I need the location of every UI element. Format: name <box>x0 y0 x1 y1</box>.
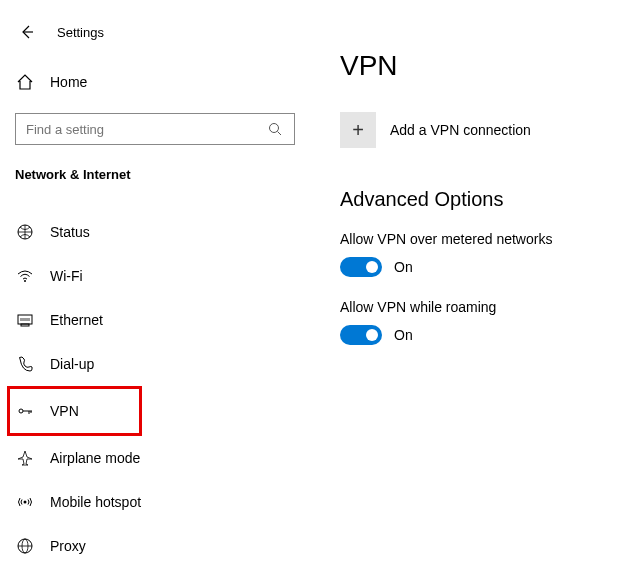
globe-icon <box>15 223 35 241</box>
advanced-options-title: Advanced Options <box>340 188 596 211</box>
nav-proxy[interactable]: Proxy <box>15 524 295 568</box>
nav-ethernet-label: Ethernet <box>50 312 103 328</box>
nav-hotspot[interactable]: Mobile hotspot <box>15 480 295 524</box>
ethernet-icon <box>15 311 35 329</box>
nav-proxy-label: Proxy <box>50 538 86 554</box>
toggle-roaming[interactable] <box>340 325 382 345</box>
wifi-icon <box>15 267 35 285</box>
proxy-icon <box>15 537 35 555</box>
settings-title: Settings <box>57 25 104 40</box>
plus-icon: + <box>340 112 376 148</box>
add-vpn-label: Add a VPN connection <box>390 122 531 138</box>
page-title: VPN <box>340 50 596 82</box>
option-roaming-label: Allow VPN while roaming <box>340 299 596 315</box>
nav-status[interactable]: Status <box>15 210 295 254</box>
home-icon <box>15 73 35 91</box>
svg-point-0 <box>270 124 279 133</box>
nav-dialup-label: Dial-up <box>50 356 94 372</box>
back-button[interactable] <box>15 20 39 44</box>
option-roaming-toggle-row: On <box>340 325 596 345</box>
svg-rect-4 <box>21 324 29 326</box>
toggle-metered[interactable] <box>340 257 382 277</box>
nav-wifi-label: Wi-Fi <box>50 268 83 284</box>
option-metered-label: Allow VPN over metered networks <box>340 231 596 247</box>
nav-airplane-label: Airplane mode <box>50 450 140 466</box>
add-vpn-button[interactable]: + Add a VPN connection <box>340 112 596 148</box>
search-input[interactable] <box>26 122 268 137</box>
home-label: Home <box>50 74 87 90</box>
nav-vpn-label: VPN <box>50 403 79 419</box>
toggle-roaming-state: On <box>394 327 413 343</box>
search-box[interactable] <box>15 113 295 145</box>
nav-dialup[interactable]: Dial-up <box>15 342 295 386</box>
header-row: Settings <box>15 20 295 44</box>
option-roaming: Allow VPN while roaming On <box>340 299 596 345</box>
nav-wifi[interactable]: Wi-Fi <box>15 254 295 298</box>
toggle-metered-state: On <box>394 259 413 275</box>
home-nav[interactable]: Home <box>15 69 295 95</box>
back-arrow-icon <box>19 24 35 40</box>
nav-airplane[interactable]: Airplane mode <box>15 436 295 480</box>
nav-ethernet[interactable]: Ethernet <box>15 298 295 342</box>
search-icon <box>268 122 284 136</box>
svg-point-2 <box>24 280 26 282</box>
vpn-icon <box>15 402 35 420</box>
dialup-icon <box>15 355 35 373</box>
option-metered: Allow VPN over metered networks On <box>340 231 596 277</box>
sidebar: Settings Home Network & Internet Status … <box>0 0 310 585</box>
nav-status-label: Status <box>50 224 90 240</box>
nav-vpn[interactable]: VPN <box>7 386 142 436</box>
main-panel: VPN + Add a VPN connection Advanced Opti… <box>310 0 621 585</box>
svg-point-5 <box>19 409 23 413</box>
option-metered-toggle-row: On <box>340 257 596 277</box>
svg-point-6 <box>24 501 27 504</box>
section-title: Network & Internet <box>15 167 295 182</box>
hotspot-icon <box>15 493 35 511</box>
airplane-icon <box>15 449 35 467</box>
nav-hotspot-label: Mobile hotspot <box>50 494 141 510</box>
